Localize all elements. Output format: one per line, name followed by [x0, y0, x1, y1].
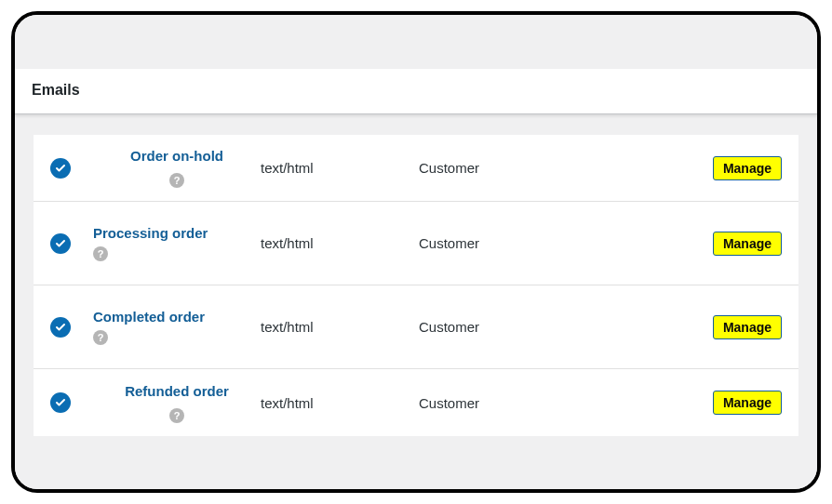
table-row: Completed order ? text/html Customer Man…: [34, 285, 798, 369]
help-icon[interactable]: ?: [169, 408, 184, 423]
email-name-link[interactable]: Completed order: [93, 309, 261, 325]
manage-col: Manage: [698, 391, 782, 415]
screen-content: Emails Order on-hold ? text/html Custome…: [15, 15, 817, 489]
manage-col: Manage: [698, 156, 782, 180]
check-icon: [50, 158, 71, 179]
device-frame: Emails Order on-hold ? text/html Custome…: [11, 11, 821, 493]
name-col: Processing order ?: [93, 225, 261, 261]
check-icon: [50, 317, 71, 338]
status-col: [50, 158, 93, 179]
section-title: Emails: [15, 69, 817, 114]
table-row: Refunded order ? text/html Customer Mana…: [34, 369, 798, 436]
content-type: text/html: [261, 395, 419, 411]
manage-button[interactable]: Manage: [713, 156, 782, 180]
email-name-link[interactable]: Processing order: [93, 225, 261, 241]
manage-button[interactable]: Manage: [713, 391, 782, 415]
recipient: Customer: [419, 160, 698, 176]
check-icon: [50, 233, 71, 254]
manage-col: Manage: [698, 232, 782, 256]
check-icon: [50, 392, 71, 413]
status-col: [50, 317, 93, 338]
recipient: Customer: [419, 235, 698, 251]
table-row: Processing order ? text/html Customer Ma…: [34, 202, 798, 285]
help-icon[interactable]: ?: [169, 173, 184, 188]
content-type: text/html: [261, 160, 419, 176]
table-row: Order on-hold ? text/html Customer Manag…: [34, 135, 798, 202]
recipient: Customer: [419, 395, 698, 411]
email-name-link[interactable]: Order on-hold: [130, 148, 223, 164]
name-col: Order on-hold ?: [93, 148, 261, 188]
manage-button[interactable]: Manage: [713, 232, 782, 256]
content-type: text/html: [261, 235, 419, 251]
help-icon[interactable]: ?: [93, 330, 108, 345]
help-icon[interactable]: ?: [93, 246, 108, 261]
name-col: Completed order ?: [93, 309, 261, 345]
email-settings-table: Order on-hold ? text/html Customer Manag…: [15, 135, 817, 436]
status-col: [50, 392, 93, 413]
status-col: [50, 233, 93, 254]
email-name-link[interactable]: Refunded order: [125, 383, 229, 399]
manage-button[interactable]: Manage: [713, 315, 782, 339]
content-type: text/html: [261, 319, 419, 335]
name-col: Refunded order ?: [93, 383, 261, 423]
manage-col: Manage: [698, 315, 782, 339]
recipient: Customer: [419, 319, 698, 335]
